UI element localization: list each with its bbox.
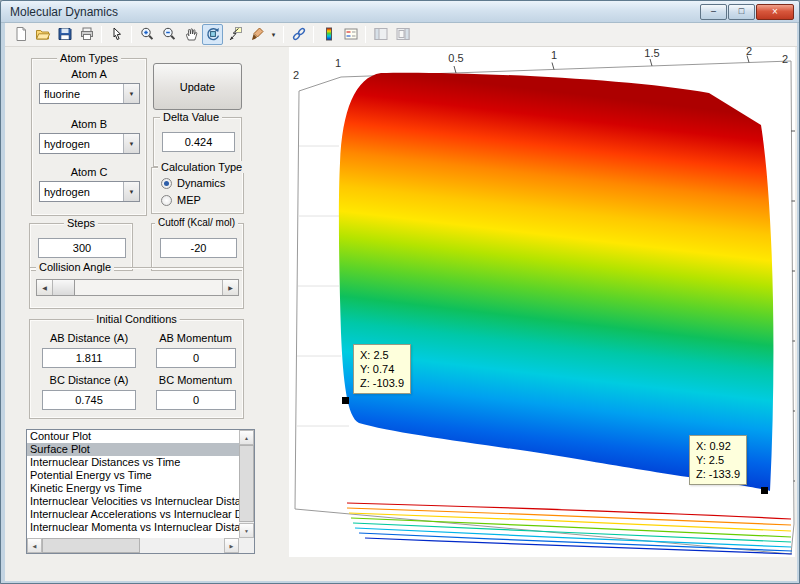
- chevron-down-icon[interactable]: ▼: [123, 84, 139, 103]
- dynamics-radio[interactable]: [161, 178, 172, 189]
- window-controls: – □ ×: [700, 4, 794, 20]
- zoom-in-icon: [139, 26, 155, 44]
- atom-b-dropdown[interactable]: hydrogen ▼: [39, 133, 140, 154]
- brush-dropdown[interactable]: ▾: [268, 24, 279, 45]
- delta-value-field[interactable]: 0.424: [162, 132, 235, 152]
- datatip-1[interactable]: X: 2.5 Y: 0.74 Z: -103.9: [353, 344, 411, 394]
- mep-radio[interactable]: [161, 195, 172, 206]
- colorbar-icon: [321, 26, 337, 44]
- list-item[interactable]: Kinetic Energy vs Time: [27, 482, 239, 495]
- horizontal-scrollbar[interactable]: ◀ ▶: [27, 538, 239, 553]
- cutoff-field[interactable]: -20: [160, 238, 237, 258]
- zoom-out-button[interactable]: [158, 24, 179, 45]
- link-plot-button[interactable]: [288, 24, 309, 45]
- atom-b-label: Atom B: [32, 118, 146, 130]
- bc-momentum-label: BC Momentum: [148, 374, 243, 386]
- close-button[interactable]: ×: [756, 4, 794, 20]
- slider-left-arrow[interactable]: ◀: [37, 280, 53, 295]
- slider-right-arrow[interactable]: ▶: [222, 280, 238, 295]
- vertical-scroll-thumb[interactable]: [239, 445, 254, 522]
- zoom-in-button[interactable]: [136, 24, 157, 45]
- list-item[interactable]: Internuclear Velocities vs Internuclear …: [27, 495, 239, 508]
- scroll-up-arrow[interactable]: ▲: [239, 430, 254, 445]
- save-floppy-icon: [57, 26, 73, 44]
- datatip-y-value: Y: 2.5: [696, 453, 740, 467]
- link-plot-icon: [291, 26, 307, 44]
- list-item[interactable]: Potential Energy vs Time: [27, 469, 239, 482]
- print-figure-button[interactable]: [76, 24, 97, 45]
- bc-distance-label: BC Distance (A): [30, 374, 148, 386]
- mep-radio-row[interactable]: MEP: [161, 194, 201, 206]
- ab-momentum-field[interactable]: 0: [156, 348, 236, 368]
- open-file-button[interactable]: [32, 24, 53, 45]
- calculation-type-group: Calculation Type Dynamics MEP: [151, 167, 244, 214]
- y-tick-label: 1: [335, 57, 341, 69]
- toolbar-separator: [131, 26, 132, 43]
- datatip-z-value: Z: -103.9: [360, 376, 404, 390]
- y-tick-label: 2: [293, 69, 299, 81]
- show-plot-tools-icon: [395, 26, 411, 44]
- scroll-right-arrow[interactable]: ▶: [224, 538, 239, 553]
- atom-c-value: hydrogen: [40, 186, 123, 198]
- new-figure-button[interactable]: [10, 24, 31, 45]
- datatip-marker-1[interactable]: [342, 397, 349, 404]
- bc-distance-field[interactable]: 0.745: [42, 390, 136, 410]
- toolbar-separator: [313, 26, 314, 43]
- datatip-marker-2[interactable]: [761, 487, 768, 494]
- list-item[interactable]: Internuclear Distances vs Time: [27, 456, 239, 469]
- rotate-3d-button[interactable]: [202, 24, 223, 45]
- data-cursor-icon: [227, 26, 243, 44]
- horizontal-scroll-thumb[interactable]: [42, 538, 140, 553]
- pan-button[interactable]: [180, 24, 201, 45]
- rotate-3d-icon: [205, 26, 221, 44]
- slider-thumb[interactable]: [53, 280, 75, 295]
- surface-plot-axes[interactable]: 0.5 1 1.5 2 1 2 2: [289, 47, 795, 557]
- datatip-2[interactable]: X: 0.92 Y: 2.5 Z: -133.9: [689, 435, 747, 485]
- atom-a-dropdown[interactable]: fluorine ▼: [39, 83, 140, 104]
- mep-radio-label: MEP: [177, 194, 201, 206]
- horizontal-scroll-track[interactable]: [42, 538, 224, 553]
- bc-momentum-field[interactable]: 0: [156, 390, 236, 410]
- list-item-selected[interactable]: Surface Plot: [27, 443, 239, 456]
- list-item[interactable]: Internuclear Accelerations vs Internucle…: [27, 508, 239, 521]
- initial-conditions-group: Initial Conditions AB Distance (A) AB Mo…: [29, 319, 244, 419]
- slider-track[interactable]: [53, 280, 222, 295]
- update-button[interactable]: Update: [153, 63, 242, 110]
- potential-energy-surface[interactable]: [339, 73, 774, 491]
- chevron-down-icon[interactable]: ▼: [123, 182, 139, 201]
- toolbar-separator: [101, 26, 102, 43]
- maximize-button[interactable]: □: [728, 4, 755, 20]
- steps-field[interactable]: 300: [38, 238, 126, 258]
- minimize-button[interactable]: –: [700, 4, 727, 20]
- vertical-scrollbar[interactable]: ▲ ▼: [239, 430, 254, 538]
- insert-legend-button[interactable]: [340, 24, 361, 45]
- data-cursor-button[interactable]: [224, 24, 245, 45]
- atom-c-dropdown[interactable]: hydrogen ▼: [39, 181, 140, 202]
- save-figure-button[interactable]: [54, 24, 75, 45]
- edit-plot-button[interactable]: [106, 24, 127, 45]
- figure-toolbar: ▾: [5, 23, 797, 47]
- x-tick-label: 2: [746, 47, 752, 57]
- new-figure-icon: [13, 26, 29, 44]
- list-item[interactable]: Contour Plot: [27, 430, 239, 443]
- cursor-arrow-icon: [109, 26, 125, 44]
- insert-colorbar-button[interactable]: [318, 24, 339, 45]
- x-tick-label: 0.5: [448, 52, 463, 64]
- titlebar[interactable]: Molecular Dynamics – □ ×: [1, 1, 799, 23]
- atom-a-label: Atom A: [32, 68, 146, 80]
- ab-distance-label: AB Distance (A): [30, 332, 148, 344]
- collision-angle-slider[interactable]: ◀ ▶: [36, 279, 239, 296]
- printer-icon: [79, 26, 95, 44]
- chevron-down-icon[interactable]: ▼: [123, 134, 139, 153]
- delta-value-title: Delta Value: [160, 111, 222, 123]
- brush-button[interactable]: [246, 24, 267, 45]
- dynamics-radio-row[interactable]: Dynamics: [161, 177, 225, 189]
- brush-icon: [249, 26, 265, 44]
- scroll-left-arrow[interactable]: ◀: [27, 538, 42, 553]
- atom-types-title: Atom Types: [57, 52, 121, 64]
- ab-distance-field[interactable]: 1.811: [42, 348, 136, 368]
- list-item[interactable]: Internuclear Momenta vs Internuclear Dis…: [27, 521, 239, 534]
- plot-type-listbox: Contour Plot Surface Plot Internuclear D…: [26, 429, 255, 554]
- cutoff-title: Cutoff (Kcal/ mol): [155, 217, 238, 228]
- scroll-down-arrow[interactable]: ▼: [239, 523, 254, 538]
